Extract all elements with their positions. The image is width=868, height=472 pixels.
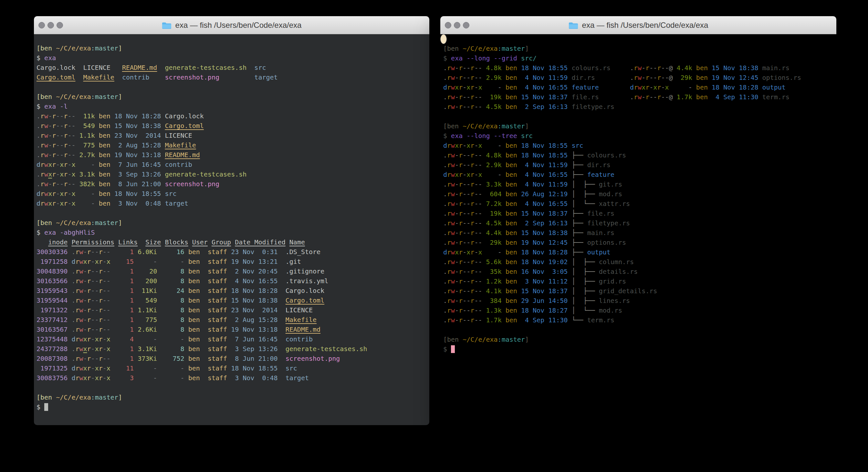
terminal-line: drwxr-xr-x - ben 4 Nov 16:55 feature drw…: [443, 83, 446, 92]
terminal-line: 1971325 drwxr-xr-x 11 - - ben staff 18 N…: [36, 363, 429, 373]
terminal-line: .rw-r--r-- 2.9k ben 4 Nov 11:59 dir.rs .…: [443, 73, 446, 83]
close-button[interactable]: [38, 22, 45, 28]
terminal-output-light[interactable]: [ben ~/C/e/exa:master]$ exa --long --gri…: [440, 34, 447, 44]
zoom-button[interactable]: [463, 22, 469, 28]
terminal-line: [ben ~/C/e/exa:master]: [36, 392, 429, 402]
terminal-line: .rw-r--r-- 549 ben 15 Nov 18:38 Cargo.to…: [36, 121, 429, 130]
terminal-line: drwxr-xr-x - ben 4 Nov 16:55 ├── feature: [443, 170, 446, 179]
zoom-button[interactable]: [57, 22, 63, 28]
terminal-line: .rw-r--r-- 3.3k ben 4 Nov 11:59 │ ├── gi…: [443, 179, 446, 189]
desktop: { "window_chrome": { "title": "exa — fis…: [0, 0, 868, 472]
terminal-line: [36, 208, 429, 218]
terminal-line: .rw-r--r-- 11k ben 18 Nov 18:28 Cargo.lo…: [36, 111, 429, 121]
terminal-line: 31959543 .rw-r--r-- 1 11Ki 24 ben staff …: [36, 286, 429, 295]
terminal-line: 20087308 .rw-r--r-- 1 373Ki 752 ben staf…: [36, 354, 429, 363]
terminal-line: $ exa: [36, 53, 429, 63]
terminal-line: 1971258 drwxr-xr-x 15 - - ben staff 19 N…: [36, 257, 429, 266]
titlebar[interactable]: exa — fish /Users/ben/Code/exa/exa: [34, 16, 429, 34]
terminal-line: $ exa --long --tree src: [443, 131, 446, 141]
terminal-line: [ben ~/C/e/exa:master]: [443, 43, 446, 53]
terminal-line: .rw-r--r-- 384 ben 29 Jun 14:50 │ ├── li…: [443, 296, 446, 305]
terminal-line: .rw-r--r-- 4.8k ben 18 Nov 18:55 ├── col…: [443, 150, 446, 160]
terminal-line: .rw-r--r-- 4.5k ben 2 Sep 16:13 ├── file…: [443, 218, 446, 228]
terminal-line: .rw-r--r-- 382k ben 8 Jun 21:00 screensh…: [36, 179, 429, 189]
window-title-text: exa — fish /Users/ben/Code/exa/exa: [582, 21, 708, 30]
terminal-line: .rw-r--r-- 1.3k ben 18 Nov 18:27 │ └── m…: [443, 305, 446, 315]
terminal-line: .rw-r--r-- 5.6k ben 18 Nov 19:02 │ ├── c…: [443, 257, 446, 267]
terminal-line: .rw-r--r-- 35k ben 16 Nov 3:05 │ ├── det…: [443, 267, 446, 276]
terminal-output-dark[interactable]: [ben ~/C/e/exa:master]$ exaCargo.lock LI…: [34, 34, 429, 425]
terminal-line: 30163566 .rw-r--r-- 1 200 8 ben staff 4 …: [36, 276, 429, 286]
terminal-line: .rw-r--r-- 4.1k ben 15 Nov 18:37 │ ├── g…: [443, 286, 446, 296]
terminal-line: .rw-r--r-- 1.1k ben 23 Nov 2014 LICENCE: [36, 130, 429, 140]
terminal-line: 30048390 .rw-r--r-- 1 20 8 ben staff 2 N…: [36, 266, 429, 276]
text-cursor: [44, 403, 48, 411]
terminal-line: .rw-r--r-- 1.2k ben 3 Nov 11:12 │ ├── gr…: [443, 276, 446, 286]
terminal-line: .rw-r--r-- 4.8k ben 18 Nov 18:55 colours…: [443, 63, 446, 73]
terminal-line: [ben ~/C/e/exa:master]: [36, 43, 429, 53]
terminal-line: [ben ~/C/e/exa:master]: [443, 121, 446, 131]
terminal-window-dark: exa — fish /Users/ben/Code/exa/exa [ben …: [34, 16, 429, 425]
terminal-line: Cargo.toml Makefile contrib screenshot.p…: [36, 72, 429, 82]
terminal-line: 30083756 drwxr-xr-x 3 - - ben staff 3 No…: [36, 373, 429, 383]
terminal-line: drwxr-xr-x - ben 18 Nov 18:55 src: [36, 189, 429, 199]
terminal-line: .rw-r--r-- 29k ben 19 Nov 12:45 ├── opti…: [443, 238, 446, 247]
terminal-line: [ben ~/C/e/exa:master]: [36, 92, 429, 101]
terminal-line: drwxr-xr-x - ben 3 Nov 0:48 target: [36, 199, 429, 208]
titlebar[interactable]: exa — fish /Users/ben/Code/exa/exa: [440, 16, 836, 34]
terminal-line: .rw-r--r-- 19k ben 15 Nov 18:37 file.rs …: [443, 92, 446, 102]
terminal-line: $: [443, 344, 446, 354]
terminal-line: [36, 383, 429, 392]
terminal-line: drwxr-xr-x - ben 7 Jun 16:45 contrib: [36, 160, 429, 169]
minimize-button[interactable]: [48, 22, 54, 28]
terminal-line: [443, 325, 446, 334]
terminal-line: 31959544 .rw-r--r-- 1 549 8 ben staff 15…: [36, 295, 429, 305]
terminal-line: $ exa -abghHliS: [36, 228, 429, 237]
window-title-text: exa — fish /Users/ben/Code/exa/exa: [176, 21, 302, 30]
text-cursor: [451, 345, 455, 353]
terminal-line: 23377412 .rw-r--r-- 1 775 8 ben staff 2 …: [36, 315, 429, 325]
terminal-line: [ben ~/C/e/exa:master]: [443, 334, 446, 344]
terminal-line: $: [36, 402, 429, 412]
terminal-line: [ben ~/C/e/exa:master]: [36, 218, 429, 228]
terminal-line: .rw-r--r-- 4.5k ben 2 Sep 16:13 filetype…: [443, 102, 446, 112]
window-title: exa — fish /Users/ben/Code/exa/exa: [568, 21, 708, 30]
terminal-line: 24377288 .rwxr-xr-x 1 3.1Ki 8 ben staff …: [36, 344, 429, 354]
terminal-line: [36, 82, 429, 92]
terminal-line: drwxr-xr-x - ben 18 Nov 18:55 src: [443, 141, 446, 150]
minimize-button[interactable]: [454, 22, 460, 28]
window-controls: [38, 22, 63, 28]
terminal-line: 12375448 drwxr-xr-x 4 - - ben staff 7 Ju…: [36, 334, 429, 344]
terminal-line: $ exa -l: [36, 101, 429, 111]
terminal-line: [443, 112, 446, 121]
terminal-line: .rw-r--r-- 775 ben 2 Aug 15:28 Makefile: [36, 140, 429, 150]
terminal-line: inode Permissions Links Size Blocks User…: [36, 237, 429, 247]
terminal-line: .rw-r--r-- 2.7k ben 19 Nov 13:18 README.…: [36, 150, 429, 160]
terminal-line: .rw-r--r-- 604 ben 26 Aug 12:19 │ ├── mo…: [443, 189, 446, 199]
terminal-window-light: exa — fish /Users/ben/Code/exa/exa [ben …: [440, 16, 836, 425]
terminal-line: .rw-r--r-- 4.4k ben 15 Nov 18:38 ├── mai…: [443, 228, 446, 238]
close-button[interactable]: [445, 22, 451, 28]
terminal-line: .rwxr-xr-x 3.1k ben 3 Sep 13:26 generate…: [36, 169, 429, 179]
terminal-line: 1971322 .rw-r--r-- 1 1.1Ki 8 ben staff 2…: [36, 305, 429, 315]
terminal-line: .rw-r--r-- 2.9k ben 4 Nov 11:59 ├── dir.…: [443, 160, 446, 170]
terminal-line: Cargo.lock LICENCE README.md generate-te…: [36, 63, 429, 72]
terminal-line: 30030336 .rw-r--r-- 1 6.0Ki 16 ben staff…: [36, 247, 429, 257]
terminal-line: $ exa --long --grid src/: [443, 53, 446, 63]
window-title: exa — fish /Users/ben/Code/exa/exa: [162, 21, 302, 30]
terminal-line: .rw-r--r-- 1.7k ben 4 Sep 11:30 └── term…: [443, 315, 446, 325]
folder-icon: [568, 21, 578, 29]
window-controls: [445, 22, 469, 28]
terminal-line: 30163567 .rw-r--r-- 1 2.6Ki 8 ben staff …: [36, 325, 429, 334]
terminal-line: .rw-r--r-- 7.2k ben 4 Nov 16:55 │ └── xa…: [443, 199, 446, 208]
terminal-line: drwxr-xr-x - ben 18 Nov 18:28 ├── output: [443, 247, 446, 257]
folder-icon: [162, 21, 172, 29]
terminal-line: .rw-r--r-- 19k ben 15 Nov 18:37 ├── file…: [443, 208, 446, 218]
